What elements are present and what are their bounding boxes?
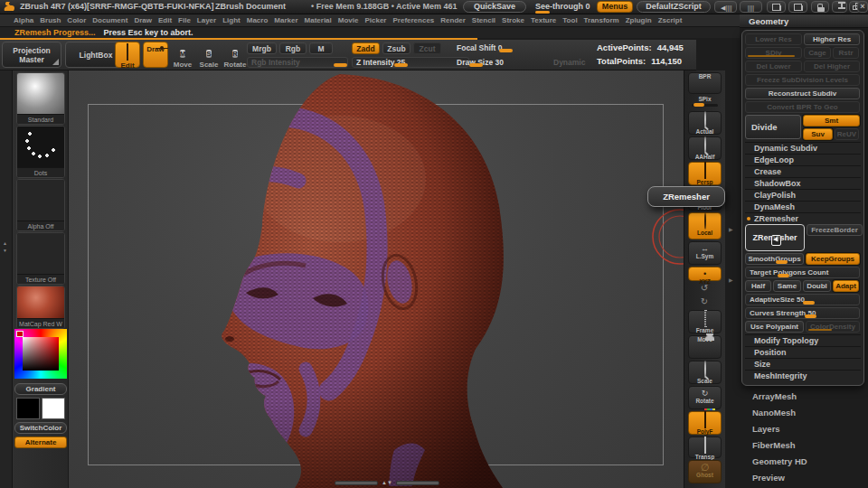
- shelf-button-transp[interactable]: Transp: [688, 436, 722, 458]
- menu-stroke[interactable]: Stroke: [502, 16, 524, 24]
- subpalette-layers[interactable]: Layers: [740, 421, 868, 437]
- section-zremesher[interactable]: ZRemesher: [745, 212, 861, 224]
- shelf-button-l-sym[interactable]: ↔L.Sym: [688, 241, 722, 265]
- sdiv-button[interactable]: SDiv: [745, 47, 802, 59]
- menu-preferences[interactable]: Preferences: [392, 16, 434, 24]
- shelf-button-move[interactable]: Move: [688, 335, 722, 359]
- convert-bpr-to-geo-button[interactable]: Convert BPR To Geo: [745, 101, 860, 113]
- section-dynamesh[interactable]: DynaMesh: [745, 201, 861, 212]
- shrink-icon[interactable]: [832, 1, 847, 13]
- panel-scroll-left-icon[interactable]: ◀||||: [714, 1, 737, 13]
- gradient-button[interactable]: Gradient: [14, 383, 67, 395]
- default-zscript-button[interactable]: DefaultZScript: [637, 1, 711, 13]
- zsub-button[interactable]: Zsub: [382, 42, 410, 54]
- left-tray-divider[interactable]: ▲ ▼: [0, 70, 13, 488]
- menu-draw[interactable]: Draw: [134, 16, 152, 24]
- reuv-button[interactable]: ReUV: [835, 128, 859, 140]
- shelf-button-persp[interactable]: Persp: [688, 162, 722, 185]
- shelf-button-aahalf[interactable]: AAHalf: [688, 136, 722, 160]
- curves-strength-50-slider[interactable]: Curves Strength 50: [745, 307, 860, 319]
- menu-document[interactable]: Document: [92, 16, 127, 24]
- del-higher-button[interactable]: Del Higher: [804, 61, 860, 72]
- same-button[interactable]: Same: [773, 280, 801, 292]
- shelf-button-bpr[interactable]: BPR: [688, 72, 722, 94]
- menu-alpha[interactable]: Alpha: [14, 16, 33, 24]
- shelf-button-xyz[interactable]: •XYZ: [688, 267, 722, 281]
- color-picker[interactable]: [14, 329, 67, 379]
- target-polygons-count-slider[interactable]: Target Polygons Count: [745, 267, 860, 278]
- section-dynamic-subdiv[interactable]: Dynamic Subdiv: [745, 142, 861, 154]
- bottom-tray-handle[interactable]: ▲▼: [335, 479, 456, 486]
- tray-item-alpha-off[interactable]: Alpha Off: [16, 179, 65, 231]
- subpalette-fibermesh[interactable]: FiberMesh: [740, 437, 868, 454]
- m-button[interactable]: M: [309, 42, 333, 54]
- secondary-color-swatch[interactable]: [42, 398, 65, 419]
- geometry-palette-header[interactable]: Geometry: [740, 14, 868, 28]
- menu-zscript[interactable]: Zscript: [658, 16, 683, 24]
- section-shadowbox[interactable]: ShadowBox: [745, 177, 861, 189]
- edit-button[interactable]: Edit: [115, 42, 140, 68]
- spix-slider[interactable]: SPix: [688, 96, 722, 109]
- menu-tool[interactable]: Tool: [562, 16, 577, 24]
- shelf-button-actual[interactable]: Actual: [688, 111, 722, 135]
- section-modify-topology[interactable]: Modify Topology: [745, 334, 861, 346]
- menu-edit[interactable]: Edit: [158, 16, 172, 24]
- shelf-button-rotate[interactable]: ↻Rotate: [688, 386, 722, 409]
- keepgroups-button[interactable]: KeepGroups: [806, 253, 860, 265]
- menu-movie[interactable]: Movie: [338, 16, 359, 24]
- shelf-button-polyf[interactable]: PolyF: [688, 411, 722, 435]
- tray-item-texture-off[interactable]: Texture Off: [16, 232, 65, 285]
- document-canvas[interactable]: ▲▼: [69, 70, 684, 488]
- section-claypolish[interactable]: ClayPolish: [745, 189, 861, 201]
- tray-item-matcap-red-w[interactable]: MatCap Red W: [16, 286, 65, 329]
- menus-button[interactable]: Menus: [597, 1, 633, 13]
- projection-master-button[interactable]: Projection Master: [2, 42, 61, 68]
- menu-brush[interactable]: Brush: [40, 16, 61, 24]
- menu-file[interactable]: File: [178, 16, 191, 24]
- doubl-button[interactable]: Doubl: [803, 280, 831, 292]
- rgb-button[interactable]: Rgb: [279, 42, 307, 54]
- shelf-divider-arrow-icon[interactable]: ▶: [729, 277, 733, 283]
- zcut-button[interactable]: Zcut: [413, 42, 441, 54]
- shelf-button-local[interactable]: Local: [688, 212, 722, 239]
- focal-shift-slider[interactable]: Focal Shift 0: [452, 42, 552, 53]
- smoothgroups-button[interactable]: SmoothGroups: [745, 253, 804, 265]
- subpalette-arraymesh[interactable]: ArrayMesh: [740, 389, 868, 405]
- shelf-button-ghost[interactable]: ∅Ghost: [688, 460, 722, 483]
- section-size[interactable]: Size: [745, 358, 861, 370]
- rotate-button[interactable]: R Rotate: [222, 42, 248, 68]
- quicksave-button[interactable]: QuickSave: [463, 1, 526, 13]
- menu-material[interactable]: Material: [305, 16, 332, 24]
- adapt-button[interactable]: Adapt: [833, 280, 859, 292]
- tray-arrow-up-icon[interactable]: ▲: [3, 240, 7, 246]
- draw-button[interactable]: Draw: [143, 42, 168, 68]
- subpalette-preview[interactable]: Preview: [740, 470, 868, 486]
- cage-button[interactable]: Cage: [804, 47, 831, 59]
- rotate-ccw-icon[interactable]: ↺: [693, 283, 715, 294]
- shelf-button-scale[interactable]: Scale: [688, 361, 722, 384]
- menu-stencil[interactable]: Stencil: [472, 16, 495, 24]
- zadd-button[interactable]: Zadd: [352, 42, 380, 54]
- move-tray-right-icon[interactable]: [788, 1, 807, 13]
- dynamic-toggle[interactable]: Dynamic: [553, 58, 585, 67]
- scale-button[interactable]: S Scale: [196, 42, 222, 68]
- menu-light[interactable]: Light: [222, 16, 241, 24]
- menu-picker[interactable]: Picker: [364, 16, 386, 24]
- zremesher-button[interactable]: ZRemesher: [745, 224, 805, 251]
- menu-zplugin[interactable]: Zplugin: [626, 16, 652, 24]
- smt-toggle[interactable]: Smt: [803, 115, 860, 127]
- mrgb-button[interactable]: Mrgb: [247, 42, 277, 54]
- suv-toggle[interactable]: Suv: [803, 128, 833, 140]
- freeze-subdivision-levels-button[interactable]: Freeze SubDivision Levels: [745, 74, 860, 86]
- section-crease[interactable]: Crease: [745, 165, 861, 177]
- section-edgeloop[interactable]: EdgeLoop: [745, 154, 861, 165]
- menu-macro[interactable]: Macro: [247, 16, 269, 24]
- sculpt-head-viewport[interactable]: [69, 70, 684, 488]
- freezeborder-button[interactable]: FreezeBorder: [807, 224, 863, 236]
- subpalette-geometry-hd[interactable]: Geometry HD: [740, 454, 868, 470]
- section-meshintegrity[interactable]: MeshIntegrity: [745, 370, 861, 381]
- rotate-cw-icon[interactable]: ↻: [693, 296, 715, 307]
- menu-transform[interactable]: Transform: [584, 16, 619, 24]
- lock-icon[interactable]: [811, 1, 829, 13]
- shelf-divider-arrow-icon[interactable]: ▶: [729, 226, 733, 232]
